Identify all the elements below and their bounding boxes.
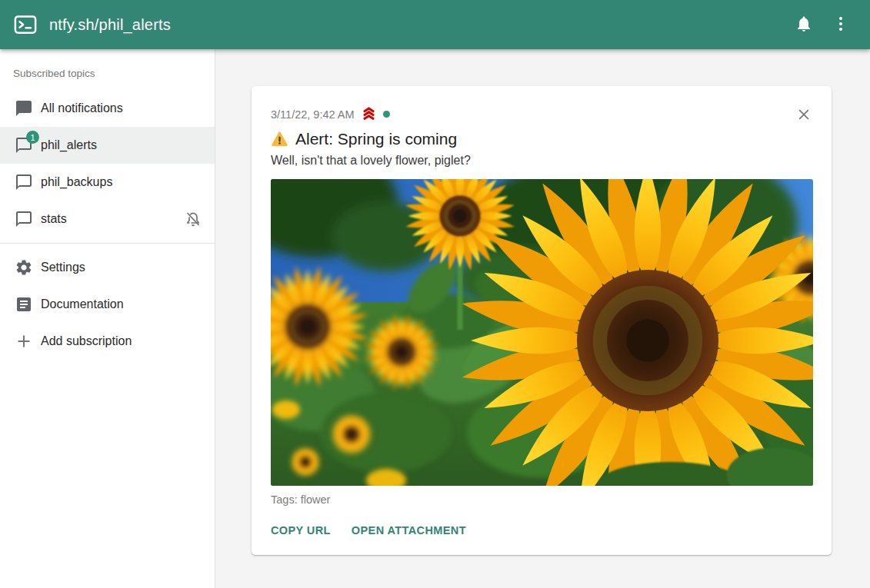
app-bar: ntfy.sh/phil_alerts (0, 0, 870, 49)
notifications-bell-button[interactable] (785, 6, 822, 43)
overflow-menu-button[interactable] (822, 6, 859, 43)
gear-icon (15, 258, 33, 277)
chat-outline-icon (15, 173, 33, 191)
document-icon (15, 295, 33, 314)
sidebar-item-label: Documentation (41, 297, 202, 311)
main-content: 3/11/22, 9:42 AM Alert: Spring is coming… (215, 49, 870, 588)
sidebar-divider (0, 243, 215, 244)
close-icon (796, 107, 812, 125)
warning-icon (271, 131, 288, 148)
ntfy-terminal-logo-icon (12, 12, 38, 38)
chat-outline-icon: 1 (15, 136, 33, 154)
subscribed-topics-label: Subscribed topics (0, 55, 215, 90)
sidebar-item-all-notifications[interactable]: All notifications (0, 90, 215, 127)
sidebar-item-label: phil_alerts (41, 138, 202, 152)
notification-title: Alert: Spring is coming (295, 130, 457, 148)
sidebar-item-label: Settings (41, 261, 202, 274)
page-title: ntfy.sh/phil_alerts (49, 16, 171, 34)
sidebar-item-phil-alerts[interactable]: 1 phil_alerts (0, 127, 215, 164)
new-notification-dot (383, 111, 390, 118)
priority-high-icon (361, 106, 377, 122)
plus-icon (15, 332, 33, 350)
sidebar-item-phil-backups[interactable]: phil_backups (0, 164, 215, 201)
chat-filled-icon (15, 99, 33, 118)
sidebar-item-label: phil_backups (41, 175, 202, 189)
copy-url-button[interactable]: COPY URL (271, 521, 331, 540)
notification-actions: COPY URL OPEN ATTACHMENT (271, 521, 813, 540)
sidebar-item-documentation[interactable]: Documentation (0, 286, 215, 323)
delete-notification-button[interactable] (795, 106, 813, 125)
sidebar-item-label: stats (41, 212, 184, 226)
sidebar: Subscribed topics All notifications 1 ph… (0, 49, 215, 588)
bell-icon (795, 15, 813, 35)
notification-timestamp: 3/11/22, 9:42 AM (271, 108, 355, 121)
notification-tags: Tags: flower (271, 493, 813, 506)
open-attachment-button[interactable]: OPEN ATTACHMENT (352, 521, 466, 540)
sidebar-item-settings[interactable]: Settings (0, 249, 215, 286)
sidebar-item-label: Add subscription (41, 334, 202, 348)
chat-outline-icon (15, 210, 33, 228)
unread-count-badge: 1 (26, 131, 39, 144)
notification-body: Well, isn't that a lovely flower, piglet… (271, 154, 813, 168)
notification-card: 3/11/22, 9:42 AM Alert: Spring is coming… (252, 86, 832, 555)
sidebar-item-stats[interactable]: stats (0, 201, 215, 238)
attachment-image[interactable] (271, 179, 813, 486)
kebab-menu-icon (832, 15, 850, 35)
bell-off-icon (184, 210, 202, 228)
notification-meta: 3/11/22, 9:42 AM (271, 106, 813, 122)
sidebar-item-label: All notifications (41, 101, 202, 115)
notification-title-row: Alert: Spring is coming (271, 130, 813, 148)
sidebar-item-add-subscription[interactable]: Add subscription (0, 323, 215, 360)
